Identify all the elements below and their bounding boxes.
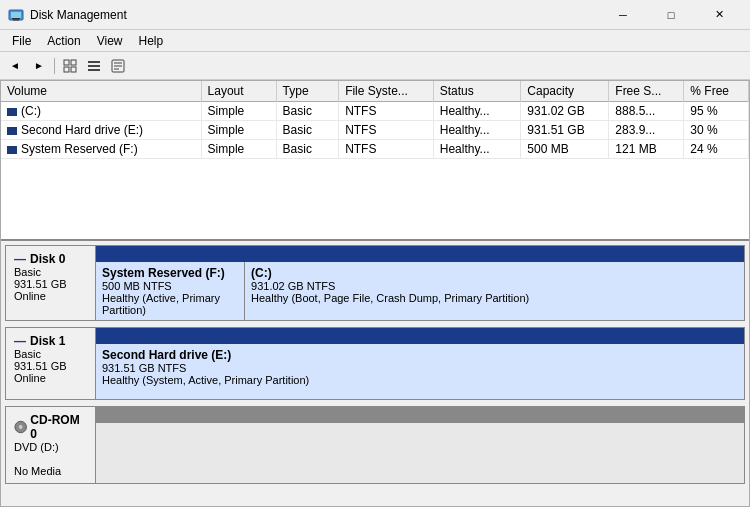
- partition-size: 931.51 GB NTFS: [102, 362, 738, 374]
- app-icon: [8, 7, 24, 23]
- partition-name: System Reserved (F:): [102, 266, 238, 280]
- svg-rect-7: [71, 67, 76, 72]
- volume-table-container: Volume Layout Type File Syste... Status …: [1, 81, 749, 241]
- svg-rect-10: [88, 69, 100, 71]
- partition-name: Second Hard drive (E:): [102, 348, 738, 362]
- cell-status: Healthy...: [433, 102, 521, 121]
- cell-type: Basic: [276, 121, 339, 140]
- cell-freespace: 283.9...: [609, 121, 684, 140]
- cell-volume: System Reserved (F:): [1, 140, 201, 159]
- disk-panels: —Disk 0 Basic 931.51 GB Online System Re…: [1, 241, 749, 506]
- disk-header-bar: [96, 328, 744, 344]
- toolbar: ◄ ►: [0, 52, 750, 80]
- col-capacity: Capacity: [521, 81, 609, 102]
- cell-percentfree: 30 %: [684, 121, 749, 140]
- partition-0-1[interactable]: (C:) 931.02 GB NTFS Healthy (Boot, Page …: [245, 262, 744, 320]
- toolbar-grid-button[interactable]: [59, 55, 81, 77]
- partitions-row: Second Hard drive (E:) 931.51 GB NTFS He…: [96, 344, 744, 399]
- svg-rect-3: [13, 19, 19, 20]
- cell-capacity: 931.02 GB: [521, 102, 609, 121]
- partition-status: Healthy (Boot, Page File, Crash Dump, Pr…: [251, 292, 738, 304]
- col-status: Status: [433, 81, 521, 102]
- cdrom-body: [96, 423, 744, 483]
- cell-filesystem: NTFS: [339, 102, 434, 121]
- svg-point-16: [19, 425, 23, 429]
- cell-capacity: 931.51 GB: [521, 121, 609, 140]
- svg-rect-2: [12, 18, 20, 20]
- cell-layout: Simple: [201, 140, 276, 159]
- toolbar-separator-1: [54, 58, 55, 74]
- volume-icon: [7, 127, 17, 135]
- close-button[interactable]: ✕: [696, 0, 742, 30]
- svg-rect-1: [11, 12, 21, 18]
- window-title: Disk Management: [30, 8, 600, 22]
- cell-percentfree: 95 %: [684, 102, 749, 121]
- cell-status: Healthy...: [433, 121, 521, 140]
- toolbar-forward-button[interactable]: ►: [28, 55, 50, 77]
- disk-name: —Disk 0: [14, 252, 87, 266]
- disk-name: —Disk 1: [14, 334, 87, 348]
- menu-action[interactable]: Action: [39, 32, 88, 50]
- cdrom-content: [96, 407, 744, 483]
- volume-icon: [7, 108, 17, 116]
- cell-volume: Second Hard drive (E:): [1, 121, 201, 140]
- disk-row-0: —Disk 0 Basic 931.51 GB Online System Re…: [5, 245, 745, 321]
- menu-view[interactable]: View: [89, 32, 131, 50]
- window-controls: ─ □ ✕: [600, 0, 742, 30]
- cdrom-status: No Media: [14, 465, 87, 477]
- table-row[interactable]: (C:) Simple Basic NTFS Healthy... 931.02…: [1, 102, 749, 121]
- col-layout: Layout: [201, 81, 276, 102]
- disk-header-bar: [96, 246, 744, 262]
- partition-0-0[interactable]: System Reserved (F:) 500 MB NTFS Healthy…: [96, 262, 245, 320]
- partition-size: 931.02 GB NTFS: [251, 280, 738, 292]
- partition-status: Healthy (Active, Primary Partition): [102, 292, 238, 316]
- menu-help[interactable]: Help: [131, 32, 172, 50]
- title-bar: Disk Management ─ □ ✕: [0, 0, 750, 30]
- svg-rect-4: [64, 60, 69, 65]
- disk-type: Basic: [14, 348, 87, 360]
- disk-status: Online: [14, 290, 87, 302]
- menu-bar: File Action View Help: [0, 30, 750, 52]
- menu-file[interactable]: File: [4, 32, 39, 50]
- cdrom-header-bar: [96, 407, 744, 423]
- partition-1-0[interactable]: Second Hard drive (E:) 931.51 GB NTFS He…: [96, 344, 744, 399]
- col-percentfree: % Free: [684, 81, 749, 102]
- toolbar-list-button[interactable]: [83, 55, 105, 77]
- cdrom-type: DVD (D:): [14, 441, 87, 453]
- partition-size: 500 MB NTFS: [102, 280, 238, 292]
- svg-rect-9: [88, 65, 100, 67]
- cell-type: Basic: [276, 140, 339, 159]
- cdrom-label: CD-ROM 0 DVD (D:) No Media: [6, 407, 96, 483]
- cell-filesystem: NTFS: [339, 121, 434, 140]
- disk-status: Online: [14, 372, 87, 384]
- maximize-button[interactable]: □: [648, 0, 694, 30]
- svg-rect-8: [88, 61, 100, 63]
- disk-label-0: —Disk 0 Basic 931.51 GB Online: [6, 246, 96, 320]
- disk-type: Basic: [14, 266, 87, 278]
- partition-status: Healthy (System, Active, Primary Partiti…: [102, 374, 738, 386]
- cdrom-name: CD-ROM 0: [14, 413, 87, 441]
- cell-freespace: 888.5...: [609, 102, 684, 121]
- cell-status: Healthy...: [433, 140, 521, 159]
- table-row[interactable]: Second Hard drive (E:) Simple Basic NTFS…: [1, 121, 749, 140]
- cell-type: Basic: [276, 102, 339, 121]
- cdrom-icon: [14, 420, 27, 434]
- svg-rect-6: [64, 67, 69, 72]
- table-row[interactable]: System Reserved (F:) Simple Basic NTFS H…: [1, 140, 749, 159]
- cell-capacity: 500 MB: [521, 140, 609, 159]
- cell-filesystem: NTFS: [339, 140, 434, 159]
- cell-layout: Simple: [201, 102, 276, 121]
- svg-rect-5: [71, 60, 76, 65]
- disk-partitions-wrapper-1: Second Hard drive (E:) 931.51 GB NTFS He…: [96, 328, 744, 399]
- disk-size: 931.51 GB: [14, 278, 87, 290]
- partition-name: (C:): [251, 266, 738, 280]
- toolbar-back-button[interactable]: ◄: [4, 55, 26, 77]
- cell-layout: Simple: [201, 121, 276, 140]
- disk-partitions-wrapper-0: System Reserved (F:) 500 MB NTFS Healthy…: [96, 246, 744, 320]
- toolbar-properties-button[interactable]: [107, 55, 129, 77]
- volume-icon: [7, 146, 17, 154]
- col-type: Type: [276, 81, 339, 102]
- disk-size: 931.51 GB: [14, 360, 87, 372]
- table-header-row: Volume Layout Type File Syste... Status …: [1, 81, 749, 102]
- minimize-button[interactable]: ─: [600, 0, 646, 30]
